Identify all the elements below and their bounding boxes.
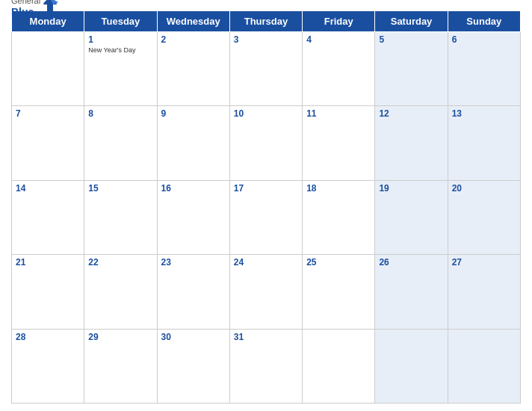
day-number: 22 <box>88 257 152 268</box>
calendar-cell: 15 <box>84 180 157 254</box>
weekday-header-thursday: Thursday <box>229 11 302 32</box>
weekday-header-wednesday: Wednesday <box>157 11 229 32</box>
day-number: 1 <box>88 34 152 45</box>
day-number: 6 <box>452 34 516 45</box>
calendar-cell: 20 <box>448 180 520 254</box>
weekday-header-friday: Friday <box>303 11 375 32</box>
day-number: 4 <box>306 34 371 45</box>
calendar-week-row: 14151617181920 <box>12 180 521 254</box>
calendar-cell: 25 <box>303 255 375 329</box>
day-number: 15 <box>88 183 152 194</box>
day-number: 19 <box>379 183 443 194</box>
calendar-cell: 31 <box>229 329 302 403</box>
day-number: 30 <box>161 332 226 342</box>
logo-blue-text: Blue <box>11 6 40 19</box>
holiday-label: New Year's Day <box>88 46 152 55</box>
calendar-cell: 9 <box>157 106 229 180</box>
calendar-cell: 21 <box>12 255 84 329</box>
weekday-header-sunday: Sunday <box>448 11 520 32</box>
calendar-cell: 12 <box>375 106 448 180</box>
day-number: 12 <box>379 108 443 119</box>
calendar-cell <box>12 32 84 106</box>
day-number: 23 <box>161 257 226 268</box>
day-number: 16 <box>161 183 226 194</box>
day-number: 9 <box>161 108 226 119</box>
calendar-cell: 22 <box>84 255 157 329</box>
calendar-cell: 6 <box>448 32 520 106</box>
calendar-week-row: 1New Year's Day23456 <box>12 32 521 106</box>
calendar-cell: 14 <box>12 180 84 254</box>
calendar-cell <box>448 329 520 403</box>
day-number: 10 <box>234 108 298 119</box>
calendar-cell: 18 <box>303 180 375 254</box>
calendar-cell: 19 <box>375 180 448 254</box>
calendar-table: MondayTuesdayWednesdayThursdayFridaySatu… <box>11 10 521 404</box>
day-number: 20 <box>452 183 516 194</box>
day-number: 25 <box>306 257 371 268</box>
day-number: 2 <box>161 34 226 45</box>
day-number: 17 <box>234 183 298 194</box>
calendar-cell: 30 <box>157 329 229 403</box>
calendar-cell: 7 <box>12 106 84 180</box>
logo-general-text: General <box>11 0 40 6</box>
day-number: 7 <box>16 108 80 119</box>
day-number: 24 <box>234 257 298 268</box>
day-number: 18 <box>306 183 371 194</box>
day-number: 14 <box>16 183 80 194</box>
weekday-header-saturday: Saturday <box>375 11 448 32</box>
day-number: 13 <box>452 108 516 119</box>
calendar-cell: 16 <box>157 180 229 254</box>
calendar-cell: 5 <box>375 32 448 106</box>
calendar-cell: 24 <box>229 255 302 329</box>
calendar-cell: 3 <box>229 32 302 106</box>
day-number: 11 <box>306 108 371 119</box>
calendar-cell: 11 <box>303 106 375 180</box>
day-number: 27 <box>452 257 516 268</box>
calendar-week-row: 21222324252627 <box>12 255 521 329</box>
day-number: 31 <box>234 332 298 342</box>
calendar-cell: 1New Year's Day <box>84 32 157 106</box>
calendar-week-row: 78910111213 <box>12 106 521 180</box>
day-number: 5 <box>379 34 443 45</box>
logo: General Blue <box>11 0 58 19</box>
calendar-cell: 4 <box>303 32 375 106</box>
calendar-cell: 27 <box>448 255 520 329</box>
calendar-cell: 8 <box>84 106 157 180</box>
calendar-cell <box>375 329 448 403</box>
weekday-header-row: MondayTuesdayWednesdayThursdayFridaySatu… <box>12 11 521 32</box>
day-number: 8 <box>88 108 152 119</box>
calendar-cell <box>303 329 375 403</box>
calendar-cell: 10 <box>229 106 302 180</box>
calendar-cell: 13 <box>448 106 520 180</box>
calendar-cell: 29 <box>84 329 157 403</box>
day-number: 26 <box>379 257 443 268</box>
calendar-cell: 23 <box>157 255 229 329</box>
calendar-cell: 26 <box>375 255 448 329</box>
day-number: 29 <box>88 332 152 342</box>
day-number: 21 <box>16 257 80 268</box>
calendar-week-row: 28293031 <box>12 329 521 403</box>
weekday-header-tuesday: Tuesday <box>84 11 157 32</box>
day-number: 28 <box>16 332 80 342</box>
calendar-cell: 28 <box>12 329 84 403</box>
calendar-cell: 2 <box>157 32 229 106</box>
day-number: 3 <box>234 34 298 45</box>
logo-bird-icon <box>42 0 58 18</box>
calendar-cell: 17 <box>229 180 302 254</box>
